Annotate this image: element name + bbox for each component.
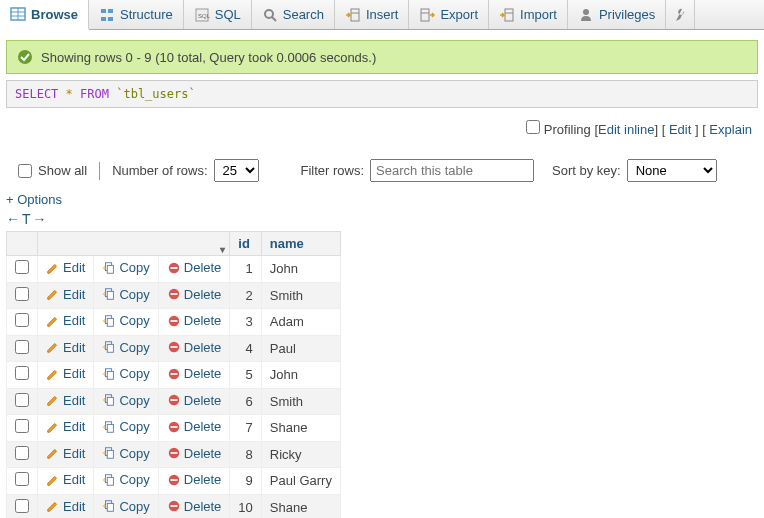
delete-action[interactable]: Delete: [167, 446, 222, 461]
cell-name: Smith: [261, 282, 340, 309]
num-rows-select[interactable]: 25: [214, 159, 259, 182]
svg-rect-12: [351, 9, 359, 21]
privileges-icon: [578, 7, 594, 23]
svg-rect-14: [421, 9, 429, 21]
delete-action[interactable]: Delete: [167, 419, 222, 434]
edit-action[interactable]: Edit: [46, 313, 85, 328]
tab-browse[interactable]: Browse: [0, 0, 89, 30]
col-actions[interactable]: [38, 232, 230, 256]
profiling-checkbox[interactable]: [526, 120, 540, 134]
show-all-label[interactable]: Show all: [38, 163, 87, 178]
edit-action[interactable]: Edit: [46, 260, 85, 275]
copy-action[interactable]: Copy: [102, 419, 149, 434]
edit-action[interactable]: Edit: [46, 366, 85, 381]
query-star: *: [66, 87, 73, 101]
explain-link[interactable]: Explain: [709, 122, 752, 137]
tab-structure[interactable]: Structure: [89, 0, 184, 29]
edit-action[interactable]: Edit: [46, 472, 85, 487]
copy-label: Copy: [119, 287, 149, 302]
cell-name: Shane: [261, 415, 340, 442]
delete-action[interactable]: Delete: [167, 472, 222, 487]
edit-action[interactable]: Edit: [46, 446, 85, 461]
copy-label: Copy: [119, 499, 149, 514]
delete-icon: [167, 420, 181, 434]
copy-action[interactable]: Copy: [102, 287, 149, 302]
tab-export[interactable]: Export: [409, 0, 489, 29]
wrench-icon: [672, 7, 688, 23]
copy-action[interactable]: Copy: [102, 260, 149, 275]
delete-action[interactable]: Delete: [167, 366, 222, 381]
pencil-icon: [46, 446, 60, 460]
delete-label: Delete: [184, 260, 222, 275]
delete-action[interactable]: Delete: [167, 260, 222, 275]
show-all-checkbox[interactable]: [18, 164, 32, 178]
edit-label: Edit: [63, 419, 85, 434]
row-checkbox[interactable]: [15, 419, 29, 433]
pencil-icon: [46, 287, 60, 301]
cell-name: Ricky: [261, 441, 340, 468]
row-checkbox[interactable]: [15, 446, 29, 460]
col-id[interactable]: id: [230, 232, 261, 256]
copy-icon: [102, 473, 116, 487]
tab-more[interactable]: [666, 0, 695, 29]
delete-action[interactable]: Delete: [167, 287, 222, 302]
copy-action[interactable]: Copy: [102, 499, 149, 514]
copy-action[interactable]: Copy: [102, 472, 149, 487]
table-row: EditCopyDelete10Shane: [7, 494, 341, 518]
edit-action[interactable]: Edit: [46, 393, 85, 408]
cell-id: 9: [230, 468, 261, 495]
copy-icon: [102, 420, 116, 434]
svg-rect-7: [108, 17, 113, 21]
col-name[interactable]: name: [261, 232, 340, 256]
row-checkbox[interactable]: [15, 260, 29, 274]
row-checkbox[interactable]: [15, 393, 29, 407]
tab-insert[interactable]: Insert: [335, 0, 410, 29]
sort-asc-icon[interactable]: ←: [6, 211, 20, 227]
pencil-icon: [46, 499, 60, 513]
copy-action[interactable]: Copy: [102, 446, 149, 461]
copy-icon: [102, 340, 116, 354]
row-checkbox[interactable]: [15, 499, 29, 513]
edit-link[interactable]: Edit: [669, 122, 691, 137]
separator: [99, 162, 100, 180]
row-checkbox[interactable]: [15, 340, 29, 354]
tab-import[interactable]: Import: [489, 0, 568, 29]
svg-point-18: [583, 9, 589, 15]
delete-action[interactable]: Delete: [167, 313, 222, 328]
options-toggle[interactable]: + Options: [0, 188, 764, 211]
row-checkbox[interactable]: [15, 313, 29, 327]
copy-action[interactable]: Copy: [102, 313, 149, 328]
copy-action[interactable]: Copy: [102, 393, 149, 408]
edit-action[interactable]: Edit: [46, 419, 85, 434]
delete-action[interactable]: Delete: [167, 499, 222, 514]
tab-search[interactable]: Search: [252, 0, 335, 29]
filter-input[interactable]: [370, 159, 534, 182]
profiling-label[interactable]: Profiling: [544, 122, 591, 137]
table-row: EditCopyDelete1John: [7, 256, 341, 283]
edit-action[interactable]: Edit: [46, 340, 85, 355]
tab-privileges[interactable]: Privileges: [568, 0, 666, 29]
copy-action[interactable]: Copy: [102, 366, 149, 381]
tab-sql[interactable]: SQL SQL: [184, 0, 252, 29]
copy-label: Copy: [119, 260, 149, 275]
row-checkbox[interactable]: [15, 472, 29, 486]
row-checkbox[interactable]: [15, 366, 29, 380]
edit-action[interactable]: Edit: [46, 287, 85, 302]
cell-id: 7: [230, 415, 261, 442]
sort-desc-icon[interactable]: →: [33, 211, 47, 227]
sort-direction-icons: ← T →: [0, 211, 764, 231]
delete-label: Delete: [184, 340, 222, 355]
table-row: EditCopyDelete3Adam: [7, 309, 341, 336]
delete-action[interactable]: Delete: [167, 393, 222, 408]
copy-action[interactable]: Copy: [102, 340, 149, 355]
svg-rect-4: [101, 9, 106, 13]
row-checkbox[interactable]: [15, 287, 29, 301]
tab-label: Search: [283, 7, 324, 22]
sort-text-icon[interactable]: T: [22, 211, 31, 227]
cell-id: 1: [230, 256, 261, 283]
sort-key-select[interactable]: None: [627, 159, 717, 182]
edit-action[interactable]: Edit: [46, 499, 85, 514]
edit-inline-link[interactable]: Edit inline: [598, 122, 654, 137]
pencil-icon: [46, 393, 60, 407]
delete-action[interactable]: Delete: [167, 340, 222, 355]
